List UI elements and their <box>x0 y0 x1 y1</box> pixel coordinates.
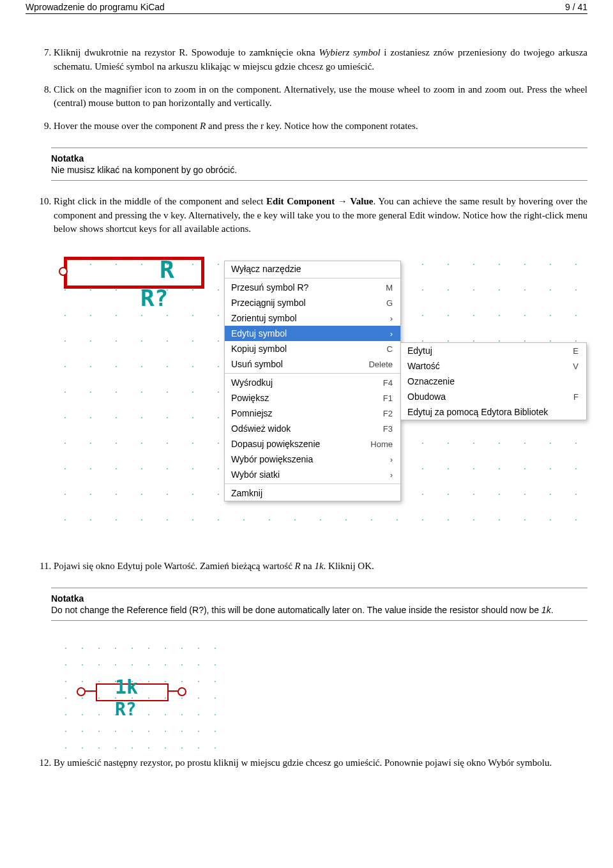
menu-item-shortcut: › <box>390 314 393 323</box>
context-menu-item-2[interactable]: Przesuń symbol R?M <box>225 280 400 295</box>
menu-item-label: Obudowa <box>407 392 446 402</box>
context-menu-item-5[interactable]: Edytuj symbol› <box>225 326 400 341</box>
note-2-a: Do not change the Reference field (R?), … <box>51 605 541 615</box>
step-11-em1: R <box>295 561 301 571</box>
note-2-em: 1k <box>541 605 551 615</box>
step-7: Kliknij dwukrotnie na rezystor R. Spowod… <box>54 46 587 74</box>
context-menu-item-12[interactable]: Odśwież widokF3 <box>225 421 400 436</box>
menu-item-shortcut: F1 <box>383 393 393 403</box>
menu-item-label: Odśwież widok <box>231 423 291 434</box>
step-10-b2: Value <box>350 196 373 206</box>
context-menu-item-17[interactable]: Zamknij <box>225 485 400 501</box>
context-submenu[interactable]: EdytujEWartośćVOznaczenieObudowaFEdytuj … <box>400 342 587 420</box>
menu-separator <box>225 278 400 278</box>
resistor-ref-1k: R? <box>115 699 137 720</box>
resistor-body <box>64 257 204 289</box>
menu-item-label: Wyłącz narzędzie <box>231 264 301 274</box>
menu-item-label: Przeciągnij symbol <box>231 298 306 308</box>
context-menu-item-9[interactable]: WyśrodkujF4 <box>225 375 400 390</box>
menu-item-label: Zorientuj symbol <box>231 313 297 323</box>
menu-item-shortcut: › <box>390 455 393 464</box>
submenu-item-4[interactable]: Edytuj za pomocą Edytora Bibliotek <box>401 404 586 420</box>
submenu-item-0[interactable]: EdytujE <box>401 343 586 358</box>
menu-item-shortcut: Delete <box>368 360 393 369</box>
note-1-title: Notatka <box>51 153 587 164</box>
context-menu-item-3[interactable]: Przeciągnij symbolG <box>225 295 400 310</box>
menu-item-shortcut: › <box>390 329 393 339</box>
context-menu-item-6[interactable]: Kopiuj symbolC <box>225 341 400 356</box>
menu-item-label: Dopasuj powiększenie <box>231 439 320 449</box>
lead-left <box>84 690 96 692</box>
menu-item-shortcut: › <box>390 470 393 480</box>
step-7-a: Kliknij dwukrotnie na rezystor R. Spowod… <box>54 47 319 57</box>
step-7-em: Wybierz symbol <box>319 47 381 57</box>
note-1-body: Nie musisz klikać na komponent by go obr… <box>51 165 587 175</box>
menu-item-label: Powiększ <box>231 393 269 403</box>
menu-item-label: Edytuj za pomocą Edytora Bibliotek <box>407 407 548 417</box>
menu-item-label: Przesuń symbol R? <box>231 282 308 293</box>
menu-item-shortcut: F <box>573 392 579 402</box>
step-10: Right click in the middle of the compone… <box>54 195 587 236</box>
context-menu-item-14[interactable]: Wybór powiększenia› <box>225 452 400 467</box>
menu-item-label: Edytuj symbol <box>231 328 287 339</box>
step-9-em: R <box>200 121 206 131</box>
menu-item-label: Edytuj <box>407 346 432 356</box>
pin-left-icon <box>59 267 68 276</box>
context-menu-item-7[interactable]: Usuń symbolDelete <box>225 356 400 372</box>
context-menu-item-15[interactable]: Wybór siatki› <box>225 467 400 482</box>
step-10-a: Right click in the middle of the compone… <box>54 196 266 206</box>
menu-item-label: Oznaczenie <box>407 376 455 386</box>
context-menu-item-0[interactable]: Wyłącz narzędzie <box>225 261 400 277</box>
note-2-b: . <box>551 605 554 615</box>
step-11-b: na <box>301 561 315 571</box>
menu-item-label: Kopiuj symbol <box>231 344 287 354</box>
menu-item-label: Zamknij <box>231 488 262 498</box>
resistor-value-1k: 1k <box>115 676 138 698</box>
menu-item-shortcut: F2 <box>383 409 393 418</box>
step-11-a: Pojawi się okno Edytuj pole Wartość. Zam… <box>54 561 295 571</box>
context-menu-item-13[interactable]: Dopasuj powiększenieHome <box>225 436 400 452</box>
resistor-value-label: R <box>160 255 174 284</box>
step-12: By umieścić następny rezystor, po prostu… <box>54 756 587 770</box>
figure-context-menu: R R? Wyłącz narzędziePrzesuń symbol R?MP… <box>49 248 587 542</box>
menu-separator <box>225 483 400 484</box>
menu-item-shortcut: E <box>573 346 579 356</box>
resistor-symbol[interactable]: R R? <box>64 257 204 289</box>
menu-item-label: Pomniejsz <box>231 408 273 418</box>
step-9: Hover the mouse over the component R and… <box>54 119 587 133</box>
context-menu-item-4[interactable]: Zorientuj symbol› <box>225 310 400 326</box>
note-2: Notatka Do not change the Reference fiel… <box>51 588 587 621</box>
submenu-item-2[interactable]: Oznaczenie <box>401 374 586 389</box>
note-2-title: Notatka <box>51 593 587 604</box>
context-menu-item-11[interactable]: PomniejszF2 <box>225 406 400 421</box>
step-11-em2: 1k <box>314 561 323 571</box>
menu-item-shortcut: Home <box>370 439 393 449</box>
menu-item-label: Wybór siatki <box>231 469 280 480</box>
page-number: 9 / 41 <box>565 2 587 12</box>
doc-title: Wprowadzenie do programu KiCad <box>26 2 165 12</box>
step-11-c: . Kliknij OK. <box>324 561 374 571</box>
menu-item-label: Wartość <box>407 361 440 371</box>
step-8: Click on the magnifier icon to zoom in o… <box>54 83 587 111</box>
figure-resistor-1k: 1k R? <box>51 635 217 750</box>
step-9-a: Hover the mouse over the component <box>54 121 200 131</box>
note-1: Notatka Nie musisz klikać na komponent b… <box>51 148 587 181</box>
submenu-item-1[interactable]: WartośćV <box>401 358 586 374</box>
step-11: Pojawi się okno Edytuj pole Wartość. Zam… <box>54 560 587 574</box>
menu-item-shortcut: V <box>573 362 579 371</box>
pin-left-icon <box>77 687 86 696</box>
menu-item-shortcut: C <box>387 344 393 354</box>
submenu-item-3[interactable]: ObudowaF <box>401 389 586 404</box>
menu-item-shortcut: M <box>386 283 393 293</box>
context-menu[interactable]: Wyłącz narzędziePrzesuń symbol R?MPrzeci… <box>224 261 401 501</box>
resistor-ref-label: R? <box>140 285 168 311</box>
context-menu-item-10[interactable]: PowiększF1 <box>225 390 400 406</box>
step-9-b: and press the r key. Notice how the comp… <box>206 121 418 131</box>
note-2-body: Do not change the Reference field (R?), … <box>51 605 587 615</box>
menu-item-label: Usuń symbol <box>231 359 283 369</box>
pin-right-icon <box>178 687 186 696</box>
menu-item-label: Wyśrodkuj <box>231 377 273 388</box>
menu-item-label: Wybór powiększenia <box>231 454 313 464</box>
menu-separator <box>225 373 400 374</box>
step-10-arrow: → <box>335 196 350 206</box>
